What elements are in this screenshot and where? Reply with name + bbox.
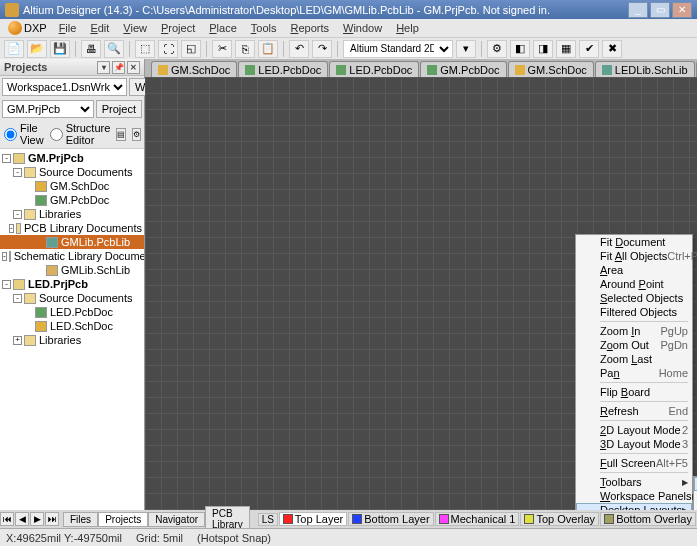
menu-project[interactable]: Project	[155, 20, 201, 36]
menu-item[interactable]: Around Point	[576, 277, 692, 291]
menu-tools[interactable]: Tools	[245, 20, 283, 36]
layer-tab[interactable]: Top Layer	[279, 512, 347, 526]
nav-prev[interactable]: ◀	[15, 512, 29, 526]
menu-item[interactable]: PanHome	[576, 366, 692, 380]
layer-tab[interactable]: Bottom Layer	[348, 512, 433, 526]
menu-item[interactable]: Full ScreenAlt+F5	[576, 456, 692, 470]
tree-expander[interactable]: -	[9, 224, 14, 233]
btab-projects[interactable]: Projects	[98, 512, 148, 527]
tree-node[interactable]: -Schematic Library Documents	[0, 249, 144, 263]
tb-open[interactable]: 📂	[27, 40, 47, 58]
tb-redo[interactable]: ↷	[312, 40, 332, 58]
tree-node[interactable]: -LED.PrjPcb	[0, 277, 144, 291]
tree-expander[interactable]: -	[13, 168, 22, 177]
menu-edit[interactable]: Edit	[84, 20, 115, 36]
menu-item[interactable]: 2D Layout Mode2	[576, 423, 692, 437]
menu-item[interactable]: Zoom InPgUp	[576, 324, 692, 338]
doc-tab[interactable]: GM.SchDoc	[151, 61, 237, 77]
pcb-canvas[interactable]: Fit DocumentFit All ObjectsCtrl+PgDnArea…	[145, 77, 697, 546]
panel-dd[interactable]: ▾	[97, 61, 110, 74]
tb-new[interactable]: 📄	[4, 40, 24, 58]
layer-set[interactable]: LS	[258, 513, 278, 526]
doc-tab[interactable]: LED.PcbDoc	[329, 61, 419, 77]
tree-node[interactable]: GM.PcbDoc	[0, 193, 144, 207]
tree-node[interactable]: -Libraries	[0, 207, 144, 221]
structure-radio[interactable]: Structure Editor	[50, 122, 111, 146]
nav-last[interactable]: ⏭	[45, 512, 59, 526]
tree-node[interactable]: LED.SchDoc	[0, 319, 144, 333]
tb-zoom-fit[interactable]: ⛶	[158, 40, 178, 58]
tree-node[interactable]: GMLib.PcbLib	[0, 235, 144, 249]
menu-item[interactable]: 3D Layout Mode3	[576, 437, 692, 451]
tb-print[interactable]: 🖶	[81, 40, 101, 58]
minimize-button[interactable]: _	[628, 2, 648, 18]
tb-copy[interactable]: ⎘	[235, 40, 255, 58]
panel-close[interactable]: ✕	[127, 61, 140, 74]
doc-tab[interactable]: LED.PcbDoc	[238, 61, 328, 77]
tb-paste[interactable]: 📋	[258, 40, 278, 58]
menu-item[interactable]: Fit Document	[576, 235, 692, 249]
menu-window[interactable]: Window	[337, 20, 388, 36]
menu-item[interactable]: Workspace Panels▶	[576, 489, 692, 503]
close-button[interactable]: ✕	[672, 2, 692, 18]
menu-item[interactable]: Zoom Last	[576, 352, 692, 366]
menu-view[interactable]: View	[117, 20, 153, 36]
tree-node[interactable]: -Source Documents	[0, 291, 144, 305]
menu-item[interactable]: Fit All ObjectsCtrl+PgDn	[576, 249, 692, 263]
tree-node[interactable]: +Libraries	[0, 333, 144, 347]
tb-ico2[interactable]: ◧	[510, 40, 530, 58]
tb-zoom-sel[interactable]: ◱	[181, 40, 201, 58]
tb-save[interactable]: 💾	[50, 40, 70, 58]
tree-expander[interactable]: -	[13, 294, 22, 303]
menu-item[interactable]: Flip Board	[576, 385, 692, 399]
tree-expander[interactable]: -	[2, 252, 7, 261]
tb-ico1[interactable]: ⚙	[487, 40, 507, 58]
tb-preview[interactable]: 🔍	[104, 40, 124, 58]
menu-file[interactable]: File	[53, 20, 83, 36]
tree-expander[interactable]: -	[2, 154, 11, 163]
btab-files[interactable]: Files	[63, 512, 98, 527]
layer-tab[interactable]: Top Overlay	[520, 512, 599, 526]
tb-ico4[interactable]: ▦	[556, 40, 576, 58]
maximize-button[interactable]: ▭	[650, 2, 670, 18]
project-button[interactable]: Project	[96, 100, 142, 118]
tree-node[interactable]: -PCB Library Documents	[0, 221, 144, 235]
btab-navigator[interactable]: Navigator	[148, 512, 205, 527]
tb-ico3[interactable]: ◨	[533, 40, 553, 58]
tree-node[interactable]: GM.SchDoc	[0, 179, 144, 193]
menu-item[interactable]: Selected Objects	[576, 291, 692, 305]
doc-tab[interactable]: GM.SchDoc	[508, 61, 594, 77]
project-select[interactable]: GM.PrjPcb	[2, 100, 94, 118]
tree-expander[interactable]: +	[13, 336, 22, 345]
tb-ico5[interactable]: ✔	[579, 40, 599, 58]
tb-ico6[interactable]: ✖	[602, 40, 622, 58]
workspace-select[interactable]: Workspace1.DsnWrk	[2, 78, 127, 96]
panel-pin[interactable]: 📌	[112, 61, 125, 74]
menu-item[interactable]: Zoom OutPgDn	[576, 338, 692, 352]
menu-item[interactable]: RefreshEnd	[576, 404, 692, 418]
file-view-radio[interactable]: File View	[4, 122, 44, 146]
tb-undo[interactable]: ↶	[289, 40, 309, 58]
panel-opt1[interactable]: ▤	[116, 128, 126, 141]
menu-item[interactable]: Toolbars▶	[576, 475, 692, 489]
layer-tab[interactable]: Bottom Overlay	[600, 512, 696, 526]
project-tree[interactable]: -GM.PrjPcb-Source DocumentsGM.SchDocGM.P…	[0, 149, 144, 546]
tb-zoom-area[interactable]: ⬚	[135, 40, 155, 58]
panel-opt2[interactable]: ⚙	[132, 128, 141, 141]
menu-item[interactable]: Filtered Objects	[576, 305, 692, 319]
tree-expander[interactable]: -	[13, 210, 22, 219]
tb-dd1[interactable]: ▾	[456, 40, 476, 58]
tree-node[interactable]: -GM.PrjPcb	[0, 151, 144, 165]
tree-node[interactable]: -Source Documents	[0, 165, 144, 179]
menu-item[interactable]: Area	[576, 263, 692, 277]
nav-next[interactable]: ▶	[30, 512, 44, 526]
layer-tab[interactable]: Mechanical 1	[435, 512, 520, 526]
tb-cut[interactable]: ✂	[212, 40, 232, 58]
menu-place[interactable]: Place	[203, 20, 243, 36]
tree-node[interactable]: GMLib.SchLib	[0, 263, 144, 277]
doc-tab[interactable]: GM.PcbDoc	[420, 61, 506, 77]
nav-first[interactable]: ⏮	[0, 512, 14, 526]
tree-expander[interactable]: -	[2, 280, 11, 289]
dxp-menu[interactable]: DXP	[4, 19, 51, 37]
tree-node[interactable]: LED.PcbDoc	[0, 305, 144, 319]
